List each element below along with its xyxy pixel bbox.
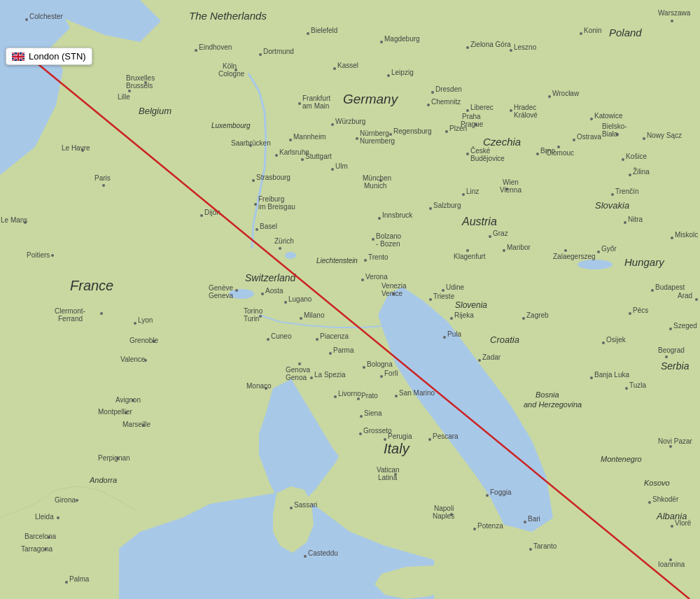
svg-text:Vatican: Vatican — [377, 466, 400, 474]
svg-point-34 — [597, 251, 600, 253]
svg-text:Köln: Köln — [223, 62, 237, 70]
svg-text:Torino: Torino — [244, 307, 263, 315]
svg-point-3 — [578, 260, 612, 269]
svg-point-254 — [57, 516, 59, 519]
uk-flag-icon — [12, 52, 24, 61]
svg-text:Marseille: Marseille — [122, 421, 150, 428]
svg-text:Budapest: Budapest — [655, 283, 685, 291]
svg-point-199 — [357, 397, 360, 400]
svg-text:Grenoble: Grenoble — [130, 337, 159, 344]
svg-point-123 — [429, 207, 432, 210]
svg-point-173 — [261, 293, 264, 295]
svg-point-129 — [503, 249, 505, 252]
svg-point-12 — [380, 41, 383, 43]
svg-text:Biała: Biała — [602, 130, 618, 138]
svg-text:Avignon: Avignon — [115, 396, 141, 404]
svg-text:Tuzla: Tuzla — [629, 381, 647, 389]
svg-point-96 — [331, 123, 334, 126]
svg-point-152 — [364, 259, 367, 262]
svg-text:Nuremberg: Nuremberg — [360, 137, 395, 145]
svg-point-221 — [524, 521, 526, 523]
svg-text:Bielsko-: Bielsko- — [602, 122, 627, 130]
svg-point-184 — [363, 366, 365, 369]
svg-point-10 — [307, 32, 309, 35]
svg-point-74 — [466, 109, 469, 112]
svg-text:La Spezia: La Spezia — [314, 371, 346, 379]
svg-text:Magdeburg: Magdeburg — [384, 35, 420, 43]
svg-point-131 — [466, 249, 469, 252]
svg-text:Frankfurt: Frankfurt — [302, 94, 330, 102]
kosovo-label: Kosovo — [644, 479, 670, 487]
svg-text:Paris: Paris — [94, 174, 111, 182]
svg-text:Eindhoven: Eindhoven — [199, 43, 232, 51]
svg-text:Barcelona: Barcelona — [24, 533, 56, 540]
svg-text:Pécs: Pécs — [633, 306, 648, 314]
svg-point-93 — [298, 102, 301, 105]
svg-point-217 — [473, 528, 476, 530]
svg-point-209 — [395, 395, 398, 397]
svg-point-105 — [289, 139, 292, 141]
svg-text:am Main: am Main — [302, 102, 329, 110]
svg-point-133 — [252, 179, 255, 182]
svg-text:Le Havre: Le Havre — [62, 144, 90, 152]
svg-point-135 — [254, 203, 257, 206]
svg-point-111 — [301, 158, 304, 161]
svg-text:Casteddu: Casteddu — [308, 549, 338, 557]
svg-text:Szeged: Szeged — [673, 322, 697, 330]
svg-point-201 — [360, 415, 363, 418]
svg-text:Stuttgart: Stuttgart — [305, 153, 332, 160]
slovakia-label: Slovakia — [595, 200, 629, 211]
svg-point-72 — [431, 91, 434, 94]
svg-point-91 — [557, 146, 560, 148]
svg-text:Praha: Praha — [462, 113, 481, 120]
svg-point-118 — [462, 193, 465, 196]
svg-point-87 — [536, 153, 539, 155]
svg-point-205 — [384, 438, 386, 441]
svg-text:Nitra: Nitra — [628, 216, 643, 223]
svg-text:Zürich: Zürich — [274, 237, 294, 245]
svg-text:Siena: Siena — [364, 409, 382, 417]
svg-point-2 — [285, 252, 296, 259]
svg-point-203 — [359, 432, 362, 435]
svg-text:Pula: Pula — [447, 330, 461, 338]
svg-text:Bari: Bari — [528, 515, 540, 523]
svg-text:Plzeň: Plzeň — [449, 125, 467, 132]
svg-text:Lyon: Lyon — [138, 316, 153, 324]
svg-point-233 — [51, 254, 54, 257]
switzerland-label: Switzerland — [245, 272, 297, 283]
svg-text:Geneva: Geneva — [209, 292, 233, 300]
svg-text:Beograd: Beograd — [658, 346, 685, 354]
svg-text:Nürnberg: Nürnberg — [360, 129, 389, 137]
svg-point-14 — [466, 46, 469, 49]
svg-point-24 — [590, 118, 593, 120]
svg-point-56 — [671, 525, 673, 528]
svg-text:Poitiers: Poitiers — [27, 251, 50, 259]
svg-point-167 — [478, 359, 481, 362]
svg-point-175 — [259, 315, 262, 318]
map-svg: The Netherlands Poland Germany Belgium L… — [0, 0, 700, 599]
svg-point-238 — [134, 322, 136, 325]
france-label: France — [70, 278, 113, 293]
slovenia-label: Slovenia — [455, 300, 487, 310]
svg-text:Turin: Turin — [244, 315, 259, 323]
svg-text:Lille: Lille — [118, 93, 130, 101]
svg-point-76 — [510, 109, 512, 112]
svg-text:Osijek: Osijek — [606, 336, 626, 344]
svg-text:Piacenza: Piacenza — [320, 332, 349, 340]
svg-point-28 — [629, 174, 631, 176]
svg-point-22 — [548, 95, 551, 98]
svg-text:Potenza: Potenza — [477, 522, 503, 530]
luxembourg-label: Luxembourg — [211, 122, 251, 129]
svg-text:Prato: Prato — [361, 392, 378, 400]
bosnia-label2: and Herzegovina — [524, 400, 582, 409]
svg-point-98 — [356, 137, 358, 140]
svg-text:Hradec: Hradec — [514, 104, 536, 111]
austria-label: Austria — [461, 216, 497, 227]
svg-point-156 — [429, 298, 432, 301]
svg-text:Cologne: Cologne — [218, 70, 245, 78]
svg-point-113 — [331, 168, 334, 171]
svg-point-235 — [100, 312, 103, 315]
svg-text:Bruxelles: Bruxelles — [126, 74, 155, 82]
svg-text:Basel: Basel — [260, 223, 277, 230]
svg-text:Regensburg: Regensburg — [393, 127, 431, 135]
